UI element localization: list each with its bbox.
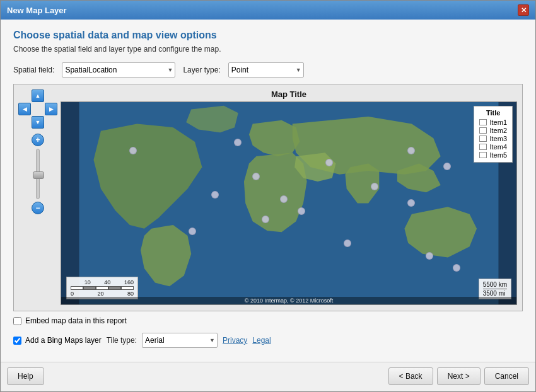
distance-km: 5500 km xyxy=(483,281,507,288)
section-subtitle: Choose the spatial field and layer type … xyxy=(13,45,523,54)
legend-label-5: Item5 xyxy=(489,151,507,159)
map-credit: © 2010 Intermap, © 2012 Microsoft xyxy=(61,297,516,304)
legend-box-4 xyxy=(479,144,487,150)
help-button[interactable]: Help xyxy=(7,367,44,385)
footer-right: < Back Next > Cancel xyxy=(388,367,529,385)
legend-label-3: Item3 xyxy=(489,135,507,142)
embed-checkbox[interactable] xyxy=(13,317,21,325)
scale-numbers-top: 10 40 160 xyxy=(71,279,134,285)
map-dot-3 xyxy=(325,159,333,166)
cancel-button[interactable]: Cancel xyxy=(484,367,529,385)
embed-label[interactable]: Embed map data in this report xyxy=(13,316,127,325)
bing-text: Add a Bing Maps layer xyxy=(25,336,102,345)
legend-label-4: Item4 xyxy=(489,143,507,151)
title-bar: New Map Layer ✕ xyxy=(1,1,535,20)
world-map-svg xyxy=(61,102,516,304)
zoom-slider-container: + − xyxy=(32,134,44,214)
footer: Help < Back Next > Cancel xyxy=(1,362,535,391)
legal-link[interactable]: Legal xyxy=(252,336,271,345)
legend-title: Title xyxy=(479,109,507,117)
bing-label[interactable]: Add a Bing Maps layer xyxy=(13,336,102,345)
spatial-field-select-wrapper: SpatialLocation ▼ xyxy=(62,62,175,78)
legend-item-5: Item5 xyxy=(479,151,507,159)
dialog-body: Choose spatial data and map view options… xyxy=(1,20,535,362)
zoom-thumb[interactable] xyxy=(33,171,44,179)
layer-type-label: Layer type: xyxy=(183,66,220,74)
embed-row: Embed map data in this report xyxy=(13,316,523,325)
zoom-in-button[interactable]: + xyxy=(32,134,44,146)
legend-box-3 xyxy=(479,135,487,142)
nav-up-button[interactable]: ▲ xyxy=(32,89,44,102)
embed-text: Embed map data in this report xyxy=(25,316,127,325)
dialog-title: New Map Layer xyxy=(7,6,67,15)
legend-item-1: Item1 xyxy=(479,118,507,126)
nav-right-button[interactable]: ▶ xyxy=(45,103,57,115)
section-title: Choose spatial data and map view options xyxy=(13,30,523,41)
legend-box-1 xyxy=(479,119,487,125)
tile-type-select[interactable]: Aerial Road Hybrid xyxy=(142,333,218,348)
bing-row: Add a Bing Maps layer Tile type: Aerial … xyxy=(13,333,523,348)
map-image-area: Title Item1 Item2 Item3 xyxy=(61,101,517,305)
bing-checkbox[interactable] xyxy=(13,337,21,345)
scale-bar-graphic xyxy=(71,286,134,290)
tile-type-select-wrapper: Aerial Road Hybrid ▼ xyxy=(142,333,218,348)
map-dot-1 xyxy=(129,147,137,154)
nav-empty-bl xyxy=(18,116,31,129)
nav-empty-tl xyxy=(18,89,31,102)
nav-left-button[interactable]: ◀ xyxy=(18,103,31,115)
map-controls: ▲ ◀ ▶ ▼ + − xyxy=(19,89,57,306)
close-button[interactable]: ✕ xyxy=(518,4,529,16)
legend-label-2: Item2 xyxy=(489,127,507,134)
legend-item-2: Item2 xyxy=(479,127,507,134)
map-dot-15 xyxy=(262,216,269,223)
map-container: ▲ ◀ ▶ ▼ + − Ma xyxy=(13,84,523,311)
distance-mi: 3500 mi xyxy=(483,290,507,297)
map-dot-13 xyxy=(280,195,288,203)
layer-type-select[interactable]: Point xyxy=(228,62,304,78)
nav-down-button[interactable]: ▼ xyxy=(32,116,44,129)
map-view: Map Title xyxy=(61,89,517,306)
new-map-layer-dialog: New Map Layer ✕ Choose spatial data and … xyxy=(0,0,536,392)
zoom-track xyxy=(36,149,40,199)
spatial-field-label: Spatial field: xyxy=(13,66,54,74)
nav-empty-br xyxy=(45,116,57,129)
map-dot-8 xyxy=(344,239,351,247)
nav-empty-center xyxy=(32,103,44,115)
next-button[interactable]: Next > xyxy=(437,367,481,385)
nav-empty-tr xyxy=(45,89,57,102)
footer-left: Help xyxy=(7,367,44,385)
map-dot-9 xyxy=(426,252,433,260)
zoom-out-button[interactable]: − xyxy=(32,202,44,214)
layer-type-select-wrapper: Point ▼ xyxy=(228,62,304,78)
spatial-field-select[interactable]: SpatialLocation xyxy=(62,62,175,78)
nav-arrows: ▲ ◀ ▶ ▼ xyxy=(18,89,57,129)
legend-item-3: Item3 xyxy=(479,135,507,142)
map-dot-7 xyxy=(407,199,415,207)
legend-box-5 xyxy=(479,152,487,158)
legend-label-1: Item1 xyxy=(489,118,507,126)
field-row: Spatial field: SpatialLocation ▼ Layer t… xyxy=(13,62,523,78)
tile-type-label: Tile type: xyxy=(107,336,137,345)
map-scale-bar: 10 40 160 0 20 xyxy=(66,277,138,299)
map-dot-10 xyxy=(407,147,415,154)
map-dot-16 xyxy=(453,264,460,272)
legend-item-4: Item4 xyxy=(479,143,507,151)
scale-numbers-bottom: 0 20 80 xyxy=(71,291,134,297)
map-title: Map Title xyxy=(61,89,517,99)
privacy-link[interactable]: Privacy xyxy=(223,336,247,345)
legend-box-2 xyxy=(479,127,487,134)
back-button[interactable]: < Back xyxy=(388,367,433,385)
map-legend: Title Item1 Item2 Item3 xyxy=(474,106,513,163)
